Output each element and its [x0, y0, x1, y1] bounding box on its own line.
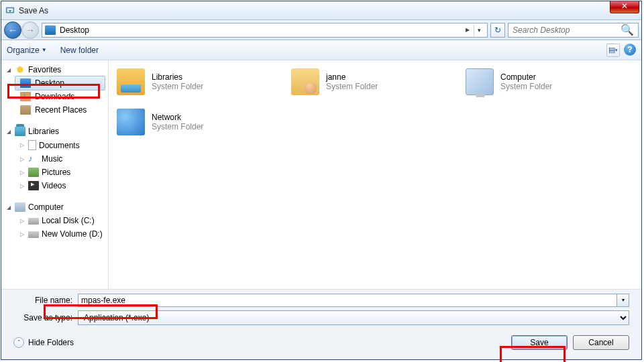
- document-icon: [28, 140, 36, 150]
- navigation-pane: ◢Favorites Desktop Downloads Recent Plac…: [1, 60, 109, 289]
- search-box[interactable]: 🔍: [508, 23, 639, 38]
- window-title: Save As: [19, 6, 48, 15]
- music-icon: ♪: [28, 154, 39, 164]
- computer-folder-icon: [466, 68, 494, 95]
- network-folder-icon: [117, 109, 145, 135]
- nav-item-downloads[interactable]: Downloads: [1, 90, 108, 103]
- disk-icon: [28, 218, 39, 225]
- new-folder-button[interactable]: New folder: [60, 46, 99, 55]
- cancel-button[interactable]: Cancel: [573, 335, 629, 350]
- app-icon: [5, 6, 15, 15]
- hide-folders-button[interactable]: ˄ Hide Folders: [13, 337, 74, 348]
- view-options-button[interactable]: ▤▾: [606, 44, 620, 57]
- search-icon[interactable]: 🔍: [621, 23, 634, 36]
- nav-item-disk-d[interactable]: ▷New Volume (D:): [1, 227, 108, 241]
- help-button[interactable]: ?: [624, 44, 636, 56]
- filename-input[interactable]: [78, 294, 617, 307]
- item-user[interactable]: janneSystem Folder: [291, 68, 439, 95]
- nav-item-disk-c[interactable]: ▷Local Disk (C:): [1, 214, 108, 227]
- nav-forward-button[interactable]: →: [21, 21, 39, 39]
- user-folder-icon: [291, 68, 319, 95]
- close-button[interactable]: ✕: [610, 1, 639, 13]
- save-as-dialog: Save As ✕ ← → Desktop ▶ ▾ ↻ 🔍 Organize▼ …: [1, 1, 642, 360]
- chevron-up-icon: ˄: [13, 337, 24, 348]
- nav-item-videos[interactable]: ▷Videos: [1, 179, 108, 192]
- savetype-select[interactable]: Application (*.exe): [78, 310, 629, 325]
- location-text: Desktop: [60, 25, 462, 35]
- save-button[interactable]: Save: [511, 335, 568, 350]
- breadcrumb-arrow-icon[interactable]: ▶: [462, 27, 474, 33]
- libraries-folder-icon: [117, 68, 145, 95]
- desktop-icon: [20, 78, 31, 88]
- item-libraries[interactable]: LibrariesSystem Folder: [117, 68, 264, 95]
- organize-menu[interactable]: Organize▼: [7, 46, 47, 55]
- address-box[interactable]: Desktop ▶ ▾: [42, 23, 488, 38]
- search-input[interactable]: [513, 25, 621, 35]
- title-bar: Save As ✕: [1, 1, 641, 20]
- nav-item-desktop[interactable]: Desktop: [15, 76, 105, 90]
- recent-icon: [20, 105, 31, 115]
- nav-back-button[interactable]: ←: [4, 21, 21, 39]
- filename-dropdown[interactable]: ▾: [617, 294, 629, 307]
- nav-item-documents[interactable]: ▷Documents: [1, 138, 108, 152]
- disk-icon: [28, 231, 39, 238]
- item-computer[interactable]: ComputerSystem Folder: [466, 68, 613, 95]
- filename-label: File name:: [20, 296, 72, 305]
- nav-item-recent[interactable]: Recent Places: [1, 103, 108, 117]
- nav-item-music[interactable]: ▷♪Music: [1, 152, 108, 166]
- savetype-label: Save as type:: [20, 313, 72, 322]
- star-icon: [15, 65, 25, 74]
- nav-libraries[interactable]: ◢Libraries: [1, 125, 108, 138]
- item-network[interactable]: NetworkSystem Folder: [117, 109, 264, 135]
- address-dropdown[interactable]: ▾: [474, 25, 484, 36]
- address-bar: ← → Desktop ▶ ▾ ↻ 🔍: [1, 20, 641, 40]
- nav-computer[interactable]: ◢Computer: [1, 200, 108, 214]
- refresh-button[interactable]: ↻: [490, 23, 505, 38]
- save-label: ave: [535, 338, 548, 347]
- folder-content[interactable]: LibrariesSystem Folder janneSystem Folde…: [109, 60, 641, 289]
- nav-item-pictures[interactable]: ▷Pictures: [1, 166, 108, 179]
- computer-icon: [15, 202, 25, 212]
- command-bar: Organize▼ New folder ▤▾ ?: [1, 40, 641, 60]
- bottom-panel: File name: ▾ Save as type: Application (…: [1, 289, 641, 359]
- pictures-icon: [28, 168, 39, 177]
- download-icon: [20, 92, 31, 101]
- desktop-icon: [45, 25, 56, 35]
- libraries-icon: [15, 127, 25, 136]
- nav-favorites[interactable]: ◢Favorites: [1, 63, 108, 76]
- videos-icon: [28, 181, 39, 190]
